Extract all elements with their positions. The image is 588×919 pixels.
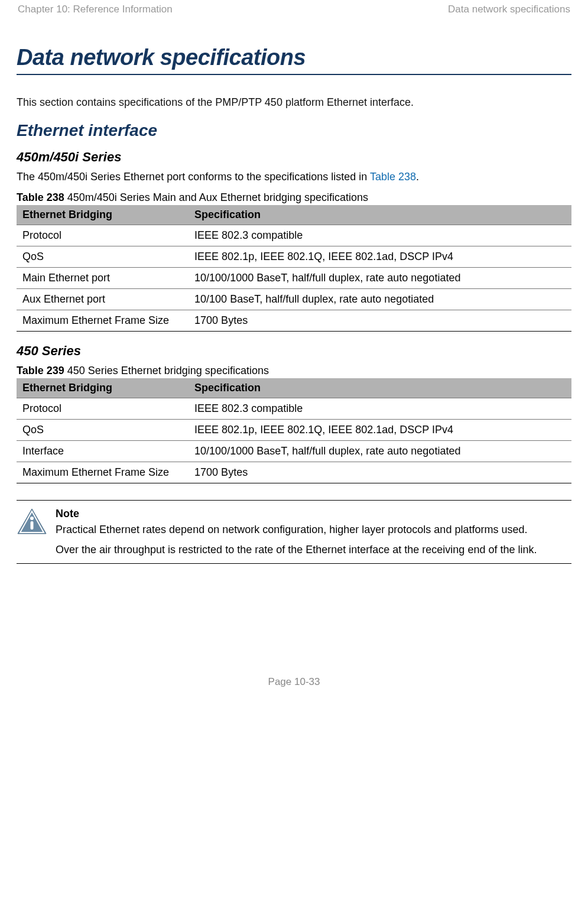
table-238-label: Table 238: [17, 191, 64, 203]
cell: IEEE 802.1p, IEEE 802.1Q, IEEE 802.1ad, …: [189, 246, 571, 268]
table-row: QoS IEEE 802.1p, IEEE 802.1Q, IEEE 802.1…: [17, 246, 571, 268]
table-row: Maximum Ethernet Frame Size 1700 Bytes: [17, 462, 571, 483]
cell: QoS: [17, 420, 189, 441]
cell: QoS: [17, 246, 189, 268]
cell: IEEE 802.3 compatible: [189, 225, 571, 246]
table-238-caption: Table 238 450m/450i Series Main and Aux …: [17, 191, 571, 204]
note-info-icon: [17, 508, 47, 536]
header-right: Data network specifications: [448, 4, 570, 15]
table-239-head-0: Ethernet Bridging: [17, 378, 189, 398]
cell: Maximum Ethernet Frame Size: [17, 310, 189, 332]
table-238-link[interactable]: Table 238: [370, 171, 416, 183]
page-title: Data network specifications: [17, 45, 571, 70]
table-239-caption: Table 239 450 Series Ethernet bridging s…: [17, 365, 571, 377]
cell: 1700 Bytes: [189, 462, 571, 483]
note-block: Note Practical Ethernet rates depend on …: [17, 500, 571, 564]
table-header-row: Ethernet Bridging Specification: [17, 378, 571, 398]
cell: IEEE 802.3 compatible: [189, 398, 571, 420]
cell: Main Ethernet port: [17, 268, 189, 289]
page-footer: Page 10-33: [17, 676, 571, 688]
table-238-caption-text: 450m/450i Series Main and Aux Ethernet b…: [64, 191, 368, 203]
running-header: Chapter 10: Reference Information Data n…: [17, 4, 571, 15]
cell: 10/100 BaseT, half/full duplex, rate aut…: [189, 289, 571, 310]
intro-paragraph: This section contains specifications of …: [17, 95, 571, 109]
cell: 1700 Bytes: [189, 310, 571, 332]
note-title: Note: [56, 506, 537, 521]
cell: Interface: [17, 441, 189, 462]
table-row: Aux Ethernet port 10/100 BaseT, half/ful…: [17, 289, 571, 310]
cell: Aux Ethernet port: [17, 289, 189, 310]
cell: Protocol: [17, 398, 189, 420]
cell: Protocol: [17, 225, 189, 246]
svg-point-2: [30, 517, 34, 520]
table-row: Protocol IEEE 802.3 compatible: [17, 398, 571, 420]
table-header-row: Ethernet Bridging Specification: [17, 205, 571, 225]
section-ethernet-interface: Ethernet interface: [17, 121, 571, 140]
table-239-caption-text: 450 Series Ethernet bridging specificati…: [64, 365, 269, 376]
note-paragraph-1: Practical Ethernet rates depend on netwo…: [56, 522, 537, 537]
subsection-450m-450i: 450m/450i Series: [17, 150, 571, 165]
table-239-label: Table 239: [17, 365, 64, 376]
table-row: Protocol IEEE 802.3 compatible: [17, 225, 571, 246]
table-238: Ethernet Bridging Specification Protocol…: [17, 205, 571, 332]
intro-text-pre: The 450m/450i Series Ethernet port confo…: [17, 171, 370, 183]
table-row: QoS IEEE 802.1p, IEEE 802.1Q, IEEE 802.1…: [17, 420, 571, 441]
table-239: Ethernet Bridging Specification Protocol…: [17, 378, 571, 483]
table-239-head-1: Specification: [189, 378, 571, 398]
subsection-450: 450 Series: [17, 343, 571, 359]
table-row: Maximum Ethernet Frame Size 1700 Bytes: [17, 310, 571, 332]
table-row: Main Ethernet port 10/100/1000 BaseT, ha…: [17, 268, 571, 289]
series-450m-intro: The 450m/450i Series Ethernet port confo…: [17, 171, 571, 183]
svg-rect-3: [31, 521, 34, 530]
intro-text-post: .: [416, 171, 419, 183]
table-238-head-1: Specification: [189, 205, 571, 225]
table-row: Interface 10/100/1000 BaseT, half/full d…: [17, 441, 571, 462]
cell: 10/100/1000 BaseT, half/full duplex, rat…: [189, 441, 571, 462]
note-paragraph-2: Over the air throughput is restricted to…: [56, 543, 537, 557]
title-rule: [17, 74, 571, 75]
cell: Maximum Ethernet Frame Size: [17, 462, 189, 483]
table-238-head-0: Ethernet Bridging: [17, 205, 189, 225]
cell: IEEE 802.1p, IEEE 802.1Q, IEEE 802.1ad, …: [189, 420, 571, 441]
header-left: Chapter 10: Reference Information: [18, 4, 173, 15]
cell: 10/100/1000 BaseT, half/full duplex, rat…: [189, 268, 571, 289]
